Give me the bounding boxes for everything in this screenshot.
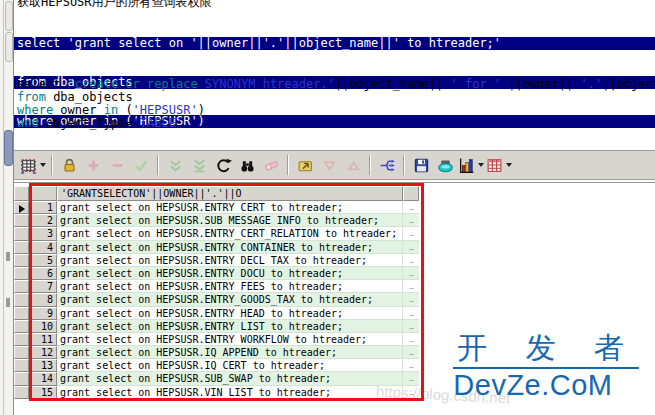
code-line: select 'grant select on '||owner||'.'||o… <box>14 37 655 50</box>
grid-cell[interactable]: grant select on HEPSUSR.VIN_LIST to htre… <box>57 386 403 399</box>
table-row[interactable]: 8grant select on HEPSUSR.ENTRY_GOODS_TAX… <box>14 293 655 306</box>
row-number[interactable]: 1 <box>29 201 57 214</box>
grid-cell[interactable]: grant select on HEPSUSR.ENTRY_LIST to ht… <box>57 320 403 333</box>
grid-cell[interactable]: grant select on HEPSUSR.ENTRY_FEES to ht… <box>57 280 403 293</box>
row-number[interactable]: 14 <box>29 372 57 385</box>
grid-cell[interactable]: grant select on HEPSUSR.ENTRY_CERT to ht… <box>57 201 403 214</box>
row-number[interactable]: 2 <box>29 214 57 227</box>
row-selector[interactable] <box>14 320 29 333</box>
sql-editor[interactable]: 获取HEPSUSR用户的所有查询表权限 select 'grant select… <box>14 0 655 150</box>
row-number[interactable]: 3 <box>29 227 57 240</box>
row-number[interactable]: 9 <box>29 307 57 320</box>
row-number[interactable]: 11 <box>29 333 57 346</box>
table-row[interactable]: 9grant select on HEPSUSR.ENTRY_HEAD to h… <box>14 307 655 320</box>
row-selector[interactable] <box>14 386 29 399</box>
grid-cell[interactable]: grant select on HEPSUSR.ENTRY_CERT_RELAT… <box>57 227 403 240</box>
cell-expand-button[interactable]: ... <box>403 254 419 267</box>
insert-record-icon[interactable] <box>82 154 104 176</box>
row-number[interactable]: 5 <box>29 254 57 267</box>
row-number[interactable]: 8 <box>29 293 57 306</box>
refresh-icon[interactable] <box>212 154 234 176</box>
cell-expand-button[interactable]: ... <box>403 214 419 227</box>
chart-icon[interactable] <box>458 154 484 176</box>
scrollbar-thumb[interactable] <box>4 130 13 166</box>
row-selector[interactable] <box>14 241 29 254</box>
dropdown-caret-icon[interactable] <box>478 163 484 167</box>
row-number[interactable]: 6 <box>29 267 57 280</box>
code-token: ( <box>118 103 132 117</box>
row-selector[interactable] <box>14 267 29 280</box>
cell-expand-button[interactable]: ... <box>403 333 419 346</box>
find-icon[interactable] <box>236 154 258 176</box>
column-header[interactable]: 'GRANTSELECTON'||OWNER||'.'||O <box>57 186 403 201</box>
cell-expand-button[interactable]: ... <box>403 267 419 280</box>
dropdown-caret-icon[interactable] <box>40 163 46 167</box>
row-number[interactable]: 13 <box>29 359 57 372</box>
grid-cell[interactable]: grant select on HEPSUSR.ENTRY_HEAD to ht… <box>57 307 403 320</box>
grid-cell[interactable]: grant select on HEPSUSR.IQ_CERT to htrea… <box>57 359 403 372</box>
table-row[interactable]: 3grant select on HEPSUSR.ENTRY_CERT_RELA… <box>14 227 655 240</box>
code-token: '.' <box>581 77 603 91</box>
lock-icon[interactable] <box>58 154 80 176</box>
cell-expand-button[interactable]: ... <box>403 359 419 372</box>
row-number[interactable]: 10 <box>29 320 57 333</box>
row-number[interactable]: 15 <box>29 386 57 399</box>
row-number[interactable]: 12 <box>29 346 57 359</box>
code-token: select <box>17 77 68 91</box>
report-icon[interactable] <box>486 154 512 176</box>
delete-record-icon[interactable] <box>106 154 128 176</box>
table-row[interactable]: 7grant select on HEPSUSR.ENTRY_FEES to h… <box>14 280 655 293</box>
row-selector[interactable] <box>14 280 29 293</box>
row-selector[interactable] <box>14 201 29 214</box>
post-record-icon[interactable] <box>130 154 152 176</box>
sort-descending-icon[interactable] <box>318 154 340 176</box>
grid-corner-cell[interactable] <box>14 186 29 201</box>
table-row[interactable]: 5grant select on HEPSUSR.ENTRY_DECL_TAX … <box>14 254 655 267</box>
link-data-icon[interactable] <box>376 154 398 176</box>
cell-expand-button[interactable]: ... <box>403 227 419 240</box>
fetch-next-page-icon[interactable] <box>164 154 186 176</box>
grid-cell[interactable]: grant select on HEPSUSR.ENTRY_DOCU to ht… <box>57 267 403 280</box>
cell-expand-button[interactable]: ... <box>403 241 419 254</box>
fetch-last-page-icon[interactable] <box>188 154 210 176</box>
scrollbar-button-fragment <box>5 1 13 31</box>
table-row[interactable]: 4grant select on HEPSUSR.ENTRY_CONTAINER… <box>14 241 655 254</box>
cell-expand-button[interactable]: ... <box>403 346 419 359</box>
table-row[interactable]: 6grant select on HEPSUSR.ENTRY_DOCU to h… <box>14 267 655 280</box>
cell-expand-button[interactable]: ... <box>403 320 419 333</box>
save-icon[interactable] <box>410 154 432 176</box>
cell-expand-button[interactable]: ... <box>403 293 419 306</box>
grid-view-icon[interactable] <box>20 154 46 176</box>
row-selector[interactable] <box>14 214 29 227</box>
row-selector[interactable] <box>14 346 29 359</box>
row-number-header[interactable] <box>29 186 57 201</box>
grid-cell[interactable]: grant select on HEPSUSR.ENTRY_WORKFLOW t… <box>57 333 403 346</box>
row-selector[interactable] <box>14 254 29 267</box>
row-selector[interactable] <box>14 307 29 320</box>
grid-cell[interactable]: grant select on HEPSUSR.IQ_APPEND to htr… <box>57 346 403 359</box>
grid-cell[interactable]: grant select on HEPSUSR.ENTRY_DECL_TAX t… <box>57 254 403 267</box>
clear-icon[interactable] <box>260 154 282 176</box>
grid-cell[interactable]: grant select on HEPSUSR.ENTRY_CONTAINER … <box>57 241 403 254</box>
row-selector[interactable] <box>14 372 29 385</box>
row-selector[interactable] <box>14 333 29 346</box>
grid-cell[interactable]: grant select on HEPSUSR.SUB_SWAP to htre… <box>57 372 403 385</box>
grid-cell[interactable]: grant select on HEPSUSR.ENTRY_GOODS_TAX … <box>57 293 403 306</box>
row-selector[interactable] <box>14 227 29 240</box>
cell-expand-button[interactable]: ... <box>403 280 419 293</box>
cell-expand-button[interactable]: ... <box>403 201 419 214</box>
row-number[interactable]: 7 <box>29 280 57 293</box>
row-selector[interactable] <box>14 359 29 372</box>
dropdown-caret-icon[interactable] <box>506 163 512 167</box>
table-row[interactable]: 1grant select on HEPSUSR.ENTRY_CERT to h… <box>14 201 655 214</box>
row-number[interactable]: 4 <box>29 241 57 254</box>
print-icon[interactable] <box>434 154 456 176</box>
grid-cell[interactable]: grant select on HEPSUSR.SUB_MESSAGE_INFO… <box>57 214 403 227</box>
code-token: where <box>17 103 53 117</box>
export-icon[interactable] <box>294 154 316 176</box>
sort-ascending-icon[interactable] <box>342 154 364 176</box>
results-toolbar <box>14 150 655 180</box>
row-selector[interactable] <box>14 293 29 306</box>
cell-expand-button[interactable]: ... <box>403 307 419 320</box>
table-row[interactable]: 2grant select on HEPSUSR.SUB_MESSAGE_INF… <box>14 214 655 227</box>
